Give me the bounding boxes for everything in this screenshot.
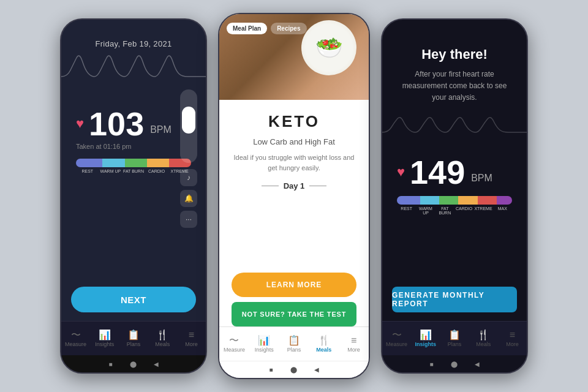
zone-warmup [102, 159, 124, 167]
home-circle-3[interactable]: ⬤ [451, 361, 458, 368]
nav-plans-2[interactable]: 📋 Plans [279, 333, 309, 355]
zone-label-cardio: CARDIO [145, 169, 168, 173]
nav-more-label-2: More [347, 347, 360, 353]
home-square-3[interactable]: ■ [429, 361, 433, 368]
bell-icon-btn[interactable]: 🔔 [180, 190, 197, 207]
nav-meals-label-3: Meals [476, 341, 491, 347]
measure-icon-3: 〜 [392, 330, 402, 340]
insights-icon-2: 📊 [258, 336, 270, 345]
zone-labels-1: REST WARM UP FAT BURN CARDIO XTREME [76, 169, 191, 173]
measure-icon: 〜 [71, 330, 81, 340]
status-bar-1 [61, 20, 206, 34]
nav-insights-1[interactable]: 📊 Insights [90, 328, 119, 350]
home-triangle-2[interactable]: ◀ [314, 366, 319, 373]
home-bar-1: ■ ⬤ ◀ [61, 355, 206, 372]
nav-measure-label-3: Measure [386, 341, 407, 347]
nav-plans-1[interactable]: 📋 Plans [119, 328, 148, 350]
meals-icon-3: 🍴 [477, 330, 489, 340]
tab-pills: Meal Plan Recipes [227, 23, 307, 34]
more-icon-2: ≡ [351, 336, 356, 345]
waveform-3 [382, 114, 527, 151]
home-square-2[interactable]: ■ [269, 366, 273, 373]
music-icon-btn[interactable]: ♪ [180, 169, 197, 186]
home-bar-3: ■ ⬤ ◀ [382, 355, 527, 372]
phone-3: Hey there! After your first heart rate m… [381, 18, 528, 374]
zone-xtreme-label-3: XTREME [473, 206, 492, 215]
more-icon: ≡ [189, 330, 194, 340]
insights-icon-3: 📊 [420, 330, 432, 340]
home-circle[interactable]: ⬤ [130, 361, 137, 368]
zone-label-fatburn: FAT BURN [122, 169, 145, 173]
plans-icon-3: 📋 [448, 330, 461, 340]
heart-icon: ♥ [76, 116, 84, 132]
zone-fatburn-3 [439, 196, 458, 205]
zone-fatburn [125, 159, 147, 167]
nav-more-2[interactable]: ≡ More [339, 333, 369, 355]
nav-measure-2[interactable]: 〜 Measure [219, 333, 249, 355]
nav-meals-2[interactable]: 🍴 Meals [309, 333, 339, 355]
hr-zones-bar-3 [397, 196, 512, 205]
nav-more-1[interactable]: ≡ More [177, 328, 206, 350]
slider-1[interactable] [180, 89, 197, 163]
heart-bpm-display: ♥ 103 BPM [76, 107, 172, 140]
status-bar-3 [382, 20, 527, 34]
phone-1: Friday, Feb 19, 2021 ♪ 🔔 ··· ♥ 103 BPM T… [60, 18, 207, 374]
nav-insights-3[interactable]: 📊 Insights [411, 328, 440, 350]
nav-measure-3[interactable]: 〜 Measure [382, 328, 411, 350]
nav-meals-1[interactable]: 🍴 Meals [148, 328, 177, 350]
insights-icon: 📊 [99, 330, 111, 340]
home-triangle[interactable]: ◀ [154, 361, 159, 368]
nav-meals-label: Meals [155, 341, 170, 347]
plans-icon-2: 📋 [288, 336, 300, 345]
phone1-content: Friday, Feb 19, 2021 ♪ 🔔 ··· ♥ 103 BPM T… [61, 34, 206, 321]
generate-report-button[interactable]: GENERATE MONTHLY REPORT [392, 287, 517, 312]
bpm-unit: BPM [150, 124, 172, 135]
nav-plans-3[interactable]: 📋 Plans [440, 328, 469, 350]
nav-plans-label-2: Plans [287, 347, 301, 353]
tab-recipes[interactable]: Recipes [271, 23, 306, 34]
bottom-nav-3: 〜 Measure 📊 Insights 📋 Plans 🍴 Meals ≡ M… [382, 321, 527, 355]
slider-thumb[interactable] [182, 107, 195, 134]
nav-plans-label-3: Plans [448, 341, 462, 347]
zone-labels-3: REST WARM UP FAT BURN CARDIO XTREME MAX [397, 206, 512, 215]
zone-warmup-3 [420, 196, 439, 205]
learn-more-button[interactable]: LEARN MORE [232, 273, 356, 297]
phone-2: 🥗 Meal Plan Recipes KETO Low Carb and Hi… [218, 13, 370, 379]
zone-cardio [147, 159, 169, 167]
zone-xtreme-3 [478, 196, 497, 205]
nav-insights-label-2: Insights [255, 347, 274, 353]
not-sure-button[interactable]: NOT SURE? TAKE THE TEST [232, 302, 356, 326]
nav-insights-label: Insights [95, 341, 114, 347]
icon-buttons: ♪ 🔔 ··· [180, 169, 197, 228]
heart-icon-3: ♥ [397, 164, 405, 180]
nav-measure-label-2: Measure [224, 347, 245, 353]
bottom-nav-2: 〜 Measure 📊 Insights 📋 Plans 🍴 Meals ≡ M… [219, 326, 369, 361]
bpm-value-3: 149 [410, 156, 465, 189]
zone-cardio-3 [458, 196, 477, 205]
nav-plans-label: Plans [127, 341, 141, 347]
nav-more-3[interactable]: ≡ More [498, 328, 527, 350]
next-button[interactable]: NEXT [71, 287, 196, 312]
date-display: Friday, Feb 19, 2021 [96, 39, 172, 48]
dots-icon-btn[interactable]: ··· [180, 211, 197, 228]
plans-icon: 📋 [127, 330, 140, 340]
tab-meal-plan[interactable]: Meal Plan [227, 23, 267, 34]
home-square[interactable]: ■ [108, 361, 112, 368]
home-triangle-3[interactable]: ◀ [475, 361, 480, 368]
hr-zones-bar-1 [76, 159, 191, 167]
zone-label-warmup: WARM UP [99, 169, 123, 173]
zone-max-label-3: MAX [493, 206, 512, 215]
zone-rest-label-3: REST [397, 206, 416, 215]
nav-more-label: More [185, 341, 198, 347]
zone-warmup-label-3: WARM UP [416, 206, 435, 215]
taken-at: Taken at 01:16 pm [76, 143, 132, 150]
nav-meals-3[interactable]: 🍴 Meals [469, 328, 498, 350]
home-circle-2[interactable]: ⬤ [290, 366, 297, 373]
nav-measure-1[interactable]: 〜 Measure [61, 328, 90, 350]
zone-max-3 [497, 196, 512, 205]
zone-rest [76, 159, 102, 167]
diet-name: KETO [268, 112, 320, 131]
food-plate: 🥗 [301, 20, 356, 75]
nav-insights-2[interactable]: 📊 Insights [249, 333, 279, 355]
day-label: Day 1 [262, 181, 327, 190]
